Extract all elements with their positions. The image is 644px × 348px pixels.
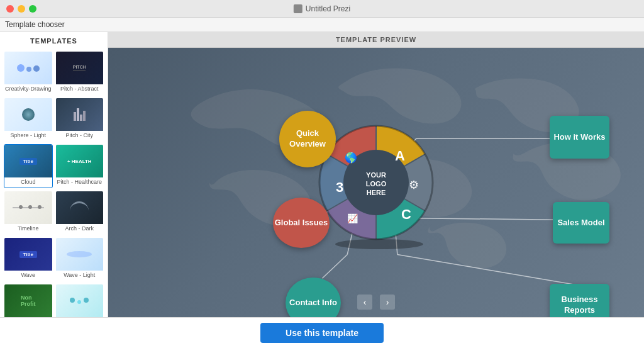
close-button[interactable] <box>6 5 14 13</box>
preview-next-button[interactable]: › <box>380 295 395 310</box>
svg-text:⚙: ⚙ <box>409 179 419 191</box>
template-label: Creativity-Drawing <box>4 84 52 94</box>
svg-text:C: C <box>401 206 411 222</box>
window-icon <box>294 4 303 13</box>
bubble-quick-overview: Quick Overview <box>279 111 336 167</box>
template-label: Timeline <box>4 224 52 234</box>
sidebar: TEMPLATES Creativity-Drawing <box>0 32 108 317</box>
svg-point-20 <box>335 239 423 249</box>
template-item-wave[interactable]: Title Wave <box>4 237 53 281</box>
svg-text:YOUR: YOUR <box>366 171 386 179</box>
template-label: Wave - Light <box>56 271 104 281</box>
template-label: Wave <box>4 271 52 281</box>
template-item-pitch-abstract[interactable]: PITCH Pitch - Abstract <box>55 51 104 95</box>
svg-text:3: 3 <box>336 179 343 195</box>
template-item-arch-dark[interactable]: Arch - Dark <box>55 191 104 235</box>
bubble-business-reports: Business Reports <box>550 284 609 317</box>
preview-prev-button[interactable]: ‹ <box>357 295 372 310</box>
template-item-creativity[interactable]: Creativity-Drawing <box>4 51 53 95</box>
window-title: Untitled Prezi <box>294 4 350 13</box>
template-label: Pitch - City <box>56 131 104 141</box>
use-template-button[interactable]: Use this template <box>260 323 384 343</box>
traffic-lights <box>6 5 36 13</box>
preview-area: TEMPLATE PREVIEW <box>108 32 644 317</box>
template-item-cloud[interactable]: Title Cloud <box>4 144 53 188</box>
svg-text:HERE: HERE <box>367 189 386 196</box>
template-item-sphere[interactable]: Sphere - Light <box>4 98 53 142</box>
template-grid: Creativity-Drawing PITCH Pitch - Abstrac… <box>0 48 108 317</box>
minimize-button[interactable] <box>18 5 25 13</box>
svg-text:🌎: 🌎 <box>345 152 357 164</box>
bubble-how-it-works: How it Works <box>550 116 609 159</box>
template-item-pitch-city[interactable]: Pitch - City <box>55 98 104 142</box>
svg-text:📈: 📈 <box>347 213 358 224</box>
template-label: Pitch - Healthcare <box>56 177 104 188</box>
bubble-sales-model: Sales Model <box>553 202 609 244</box>
sidebar-section-label: TEMPLATES <box>0 32 108 48</box>
template-item-timeline[interactable]: Timeline <box>4 191 53 235</box>
template-item-nonprofit[interactable]: NonProfit Pitch - Non-Profit <box>4 284 53 317</box>
titlebar: Untitled Prezi <box>0 0 644 18</box>
template-label: Sphere - Light <box>4 131 52 141</box>
app-title: Template chooser <box>0 18 644 32</box>
template-label: Pitch - Abstract <box>56 84 104 94</box>
template-label: Arch - Dark <box>56 224 104 234</box>
bubble-global-issues: Global Issues <box>273 198 330 248</box>
svg-text:LOGO: LOGO <box>366 180 387 188</box>
template-item-wave-light[interactable]: Wave - Light <box>55 237 104 281</box>
main-content: TEMPLATES Creativity-Drawing <box>0 32 644 317</box>
svg-text:A: A <box>395 148 405 164</box>
preview-canvas: A ⚙ C 📈 3 🌎 YOUR LOGO H <box>108 48 644 317</box>
infographic: A ⚙ C 📈 3 🌎 YOUR LOGO H <box>108 48 644 317</box>
svg-line-9 <box>322 254 347 278</box>
template-label: Cloud <box>4 177 52 188</box>
preview-header: TEMPLATE PREVIEW <box>108 32 644 48</box>
maximize-button[interactable] <box>29 5 36 13</box>
template-item-pitch-healthcare[interactable]: + HEALTH Pitch - Healthcare <box>55 144 104 188</box>
svg-line-11 <box>397 254 582 286</box>
footer: Use this template <box>0 317 644 348</box>
template-item-connections[interactable]: Pitch - Connections <box>55 284 104 317</box>
